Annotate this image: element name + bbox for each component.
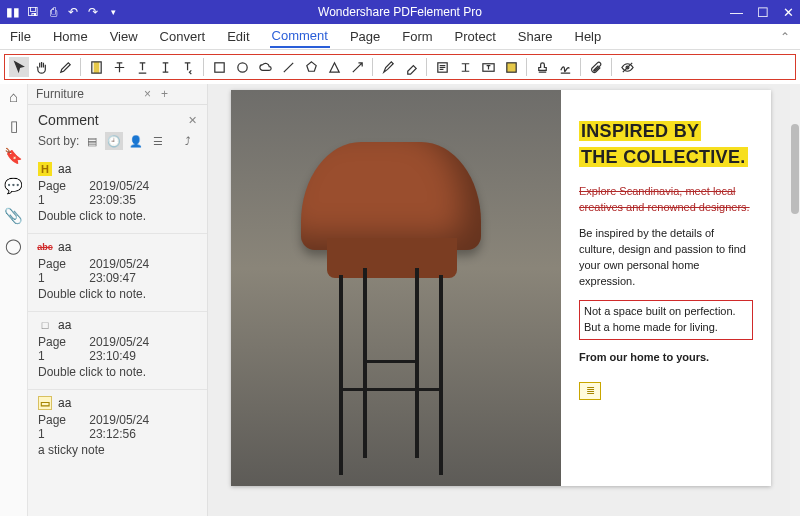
strikethrough-tool-icon[interactable] [109, 57, 129, 77]
comment-note: Double click to note. [38, 209, 197, 223]
eraser-tool-icon[interactable] [401, 57, 421, 77]
sticky-note-comment-icon: ▭ [38, 396, 52, 410]
scrollbar-thumb[interactable] [791, 124, 799, 214]
panel-title: Comment [38, 112, 99, 128]
sticky-note-annotation[interactable]: ≣ [579, 382, 601, 400]
undo-icon[interactable]: ↶ [66, 5, 80, 19]
sort-type-icon[interactable]: ☰ [149, 132, 167, 150]
document-viewer[interactable]: INSPIRED BY THE COLLECTIVE. Explore Scan… [208, 84, 800, 516]
search-rail-icon[interactable]: ◯ [5, 237, 22, 255]
menu-file[interactable]: File [8, 26, 33, 47]
highlight-annotation[interactable]: INSPIRED BY [579, 121, 701, 141]
sort-page-icon[interactable]: ▤ [83, 132, 101, 150]
minimize-icon[interactable]: — [730, 5, 743, 20]
note-lines-icon: ≣ [586, 383, 595, 399]
note-tool-icon[interactable] [432, 57, 452, 77]
menu-protect[interactable]: Protect [453, 26, 498, 47]
bookmarks-rail-icon[interactable]: 🔖 [4, 147, 23, 165]
redo-icon[interactable]: ↷ [86, 5, 100, 19]
line-tool-icon[interactable] [278, 57, 298, 77]
title-bar: ▮▮ 🖫 ⎙ ↶ ↷ ▾ Wondershare PDFelement Pro … [0, 0, 800, 24]
comment-note: Double click to note. [38, 365, 197, 379]
area-highlight-tool-icon[interactable] [501, 57, 521, 77]
comment-item[interactable]: □aa Page 12019/05/24 23:10:49 Double cli… [28, 311, 207, 389]
hide-annotations-icon[interactable] [617, 57, 637, 77]
document-tabs: Furniture × + [28, 83, 207, 105]
signature-tool-icon[interactable] [555, 57, 575, 77]
comment-item[interactable]: Haa Page 12019/05/24 23:09:35 Double cli… [28, 156, 207, 233]
comment-page: Page 1 [38, 179, 75, 207]
polygon-tool-icon[interactable] [301, 57, 321, 77]
comment-author: aa [58, 396, 71, 410]
document-tab[interactable]: Furniture × [36, 87, 151, 101]
menu-bar: File Home View Convert Edit Comment Page… [0, 24, 800, 50]
stamp-tool-icon[interactable] [532, 57, 552, 77]
highlight-annotation[interactable]: THE COLLECTIVE. [579, 147, 748, 167]
page-image [231, 90, 561, 486]
comment-time: 2019/05/24 23:09:47 [89, 257, 197, 285]
cloud-tool-icon[interactable] [255, 57, 275, 77]
highlight-tool-icon[interactable] [86, 57, 106, 77]
menu-home[interactable]: Home [51, 26, 90, 47]
close-tab-icon[interactable]: × [144, 87, 151, 101]
replace-tool-icon[interactable] [178, 57, 198, 77]
arrow-tool-icon[interactable] [347, 57, 367, 77]
sidebar: Furniture × + Comment ✕ Sort by: ▤ 🕘 👤 ☰… [28, 84, 208, 516]
new-tab-icon[interactable]: + [161, 87, 168, 101]
attachments-rail-icon[interactable]: 📎 [4, 207, 23, 225]
menu-convert[interactable]: Convert [158, 26, 208, 47]
select-tool-icon[interactable] [9, 57, 29, 77]
pencil-tool-icon[interactable] [378, 57, 398, 77]
menu-page[interactable]: Page [348, 26, 382, 47]
comment-note: Double click to note. [38, 287, 197, 301]
maximize-icon[interactable]: ☐ [757, 5, 769, 20]
typewriter-tool-icon[interactable] [455, 57, 475, 77]
save-icon[interactable]: 🖫 [26, 5, 40, 19]
app-title: Wondershare PDFelement Pro [318, 5, 482, 19]
menu-view[interactable]: View [108, 26, 140, 47]
underline-tool-icon[interactable] [132, 57, 152, 77]
panel-close-icon[interactable]: ✕ [188, 114, 197, 127]
menu-edit[interactable]: Edit [225, 26, 251, 47]
oval-tool-icon[interactable] [232, 57, 252, 77]
app-logo-icon: ▮▮ [6, 5, 20, 19]
menu-comment[interactable]: Comment [270, 25, 330, 48]
export-comments-icon[interactable]: ⤴ [179, 132, 197, 150]
menu-share[interactable]: Share [516, 26, 555, 47]
menu-form[interactable]: Form [400, 26, 434, 47]
close-icon[interactable]: ✕ [783, 5, 794, 20]
sort-author-icon[interactable]: 👤 [127, 132, 145, 150]
collapse-ribbon-icon[interactable]: ⌃ [780, 30, 790, 44]
comment-note: a sticky note [38, 443, 197, 457]
comments-list: Haa Page 12019/05/24 23:09:35 Double cli… [28, 156, 207, 516]
comment-author: aa [58, 162, 71, 176]
rectangle-annotation[interactable]: Not a space built on perfection. But a h… [579, 300, 753, 340]
comment-time: 2019/05/24 23:10:49 [89, 335, 197, 363]
home-rail-icon[interactable]: ⌂ [9, 88, 18, 105]
attachment-tool-icon[interactable] [586, 57, 606, 77]
strikeout-annotation[interactable]: Explore Scandinavia, meet local creative… [579, 184, 753, 216]
thumbnails-rail-icon[interactable]: ▯ [10, 117, 18, 135]
strikeout-comment-icon: abc [38, 240, 52, 254]
connected-lines-tool-icon[interactable] [324, 57, 344, 77]
comment-page: Page 1 [38, 413, 75, 441]
sort-time-icon[interactable]: 🕘 [105, 132, 123, 150]
rectangle-tool-icon[interactable] [209, 57, 229, 77]
hand-tool-icon[interactable] [32, 57, 52, 77]
menu-help[interactable]: Help [573, 26, 604, 47]
comment-item[interactable]: abcaa Page 12019/05/24 23:09:47 Double c… [28, 233, 207, 311]
tab-label: Furniture [36, 87, 84, 101]
textbox-tool-icon[interactable] [478, 57, 498, 77]
page: INSPIRED BY THE COLLECTIVE. Explore Scan… [231, 90, 771, 486]
print-icon[interactable]: ⎙ [46, 5, 60, 19]
highlight-comment-icon: H [38, 162, 52, 176]
svg-rect-6 [506, 62, 515, 71]
comments-rail-icon[interactable]: 💬 [4, 177, 23, 195]
comment-item[interactable]: ▭aa Page 12019/05/24 23:12:56 a sticky n… [28, 389, 207, 467]
caret-tool-icon[interactable] [155, 57, 175, 77]
sort-label: Sort by: [38, 134, 79, 148]
edit-tool-icon[interactable] [55, 57, 75, 77]
vertical-scrollbar[interactable] [790, 84, 800, 516]
dropdown-icon[interactable]: ▾ [106, 5, 120, 19]
svg-point-3 [237, 62, 246, 71]
